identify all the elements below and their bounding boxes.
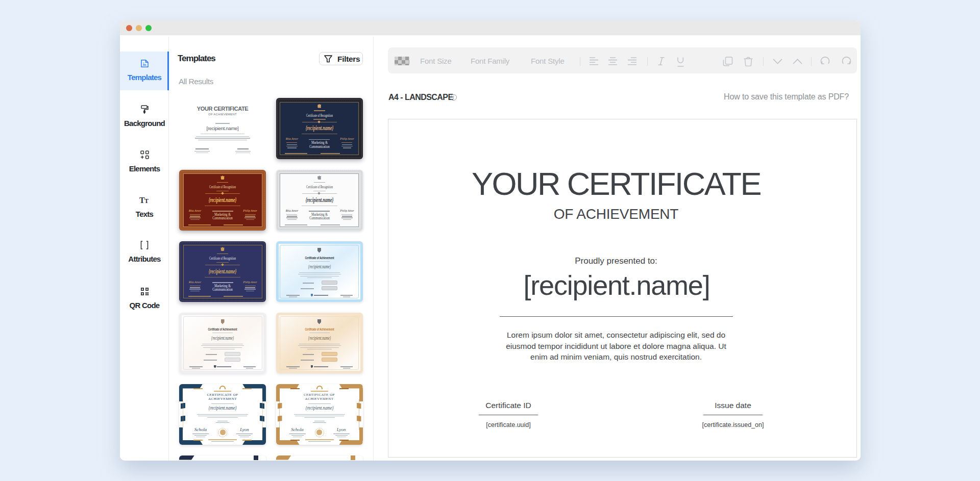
svg-text:T: T bbox=[144, 197, 149, 205]
